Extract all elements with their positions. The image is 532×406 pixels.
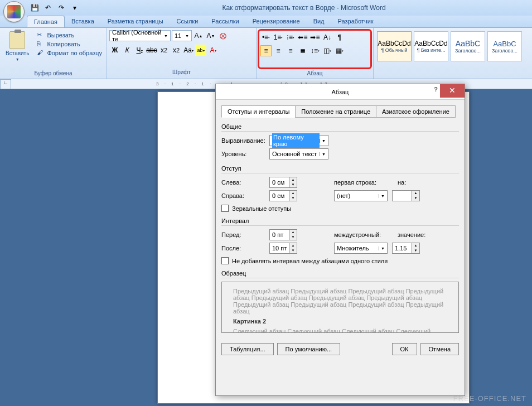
indent-left-spin[interactable]: 0 см▲▼ bbox=[269, 177, 297, 188]
shrink-font-button[interactable]: A▼ bbox=[205, 30, 216, 41]
label-at: значение: bbox=[398, 231, 428, 238]
subscript-button[interactable]: x2 bbox=[158, 45, 170, 56]
scissors-icon: ✂ bbox=[37, 31, 45, 39]
cut-button[interactable]: ✂Вырезать bbox=[37, 31, 102, 39]
tab-mailings[interactable]: Рассылки bbox=[205, 16, 245, 27]
qat-dropdown-icon[interactable]: ▾ bbox=[70, 3, 79, 12]
spin-buttons[interactable]: ▲▼ bbox=[289, 191, 297, 201]
justify-button[interactable]: ≣ bbox=[297, 45, 308, 56]
group-clipboard: Вставить ▼ ✂Вырезать ⎘Копировать 🖌Формат… bbox=[0, 28, 107, 79]
style-normal[interactable]: AaBbCcDd¶ Обычный bbox=[377, 31, 412, 61]
align-right-button[interactable]: ≡ bbox=[285, 45, 296, 56]
dialog-tab-indents[interactable]: Отступы и интервалы bbox=[221, 105, 296, 118]
show-marks-button[interactable]: ¶ bbox=[334, 32, 345, 43]
sort-button[interactable]: A↓ bbox=[322, 32, 333, 43]
space-before-spin[interactable]: 0 пт▲▼ bbox=[269, 229, 297, 240]
brush-icon: 🖌 bbox=[37, 49, 45, 57]
spin-buttons[interactable]: ▲▼ bbox=[289, 243, 297, 253]
spin-buttons[interactable]: ▲▼ bbox=[412, 243, 419, 253]
align-left-button[interactable]: ≡ bbox=[260, 45, 272, 56]
inc-indent-button[interactable]: ➡≡ bbox=[309, 32, 321, 43]
spin-buttons[interactable]: ▲▼ bbox=[289, 230, 297, 240]
format-painter-button[interactable]: 🖌Формат по образцу bbox=[37, 49, 102, 57]
change-case-button[interactable]: Aa▾ bbox=[183, 45, 194, 56]
undo-icon[interactable]: ↶ bbox=[43, 3, 52, 12]
line-spacing-button[interactable]: ↕≡▾ bbox=[309, 45, 321, 56]
borders-button[interactable]: ▦▾ bbox=[334, 45, 345, 56]
tab-pagelayout[interactable]: Разметка страницы bbox=[101, 16, 170, 27]
ok-button[interactable]: ОК bbox=[392, 343, 417, 355]
section-preview: Образец bbox=[221, 270, 459, 278]
chevron-down-icon: ▼ bbox=[164, 34, 168, 38]
first-line-by-spin[interactable]: ▲▼ bbox=[392, 190, 420, 201]
shading-button[interactable]: ◫▾ bbox=[322, 45, 333, 56]
dialog-tab-asian[interactable]: Азиатское оформление bbox=[376, 105, 456, 118]
tab-review[interactable]: Рецензирование bbox=[246, 16, 307, 27]
spin-buttons[interactable]: ▲▼ bbox=[289, 177, 297, 187]
style-heading1[interactable]: AaBbCЗаголово... bbox=[451, 31, 485, 61]
underline-button[interactable]: Ч▾ bbox=[134, 45, 145, 56]
copy-button[interactable]: ⎘Копировать bbox=[37, 40, 102, 48]
tab-insert[interactable]: Вставка bbox=[65, 16, 101, 27]
clear-format-button[interactable]: ⨂ bbox=[217, 30, 229, 41]
label-mirror: Зеркальные отступы bbox=[232, 205, 291, 212]
section-common: Общие bbox=[221, 123, 459, 132]
tab-home[interactable]: Главная bbox=[27, 16, 65, 27]
ribbon-tabs: Главная Вставка Разметка страницы Ссылки… bbox=[0, 16, 532, 28]
indent-right-spin[interactable]: 0 см▲▼ bbox=[269, 190, 297, 201]
save-icon[interactable]: 💾 bbox=[30, 3, 39, 12]
bold-button[interactable]: Ж bbox=[109, 45, 120, 56]
mirror-indents-checkbox[interactable] bbox=[221, 205, 229, 212]
dialog-title: Абзац bbox=[332, 89, 349, 95]
preview-box: Предыдущий абзац Предыдущий абзац Предыд… bbox=[221, 282, 459, 333]
tabs-button[interactable]: Табуляция... bbox=[221, 343, 274, 355]
dialog-help-button[interactable]: ? bbox=[434, 86, 438, 93]
preview-next: Следующий абзац Следующий абзац Следующи… bbox=[233, 328, 447, 333]
align-center-button[interactable]: ≡ bbox=[273, 45, 284, 56]
office-button[interactable] bbox=[3, 1, 25, 22]
style-nospace[interactable]: AaBbCcDd¶ Без инте... bbox=[414, 31, 448, 61]
chevron-down-icon: ▼ bbox=[185, 34, 189, 38]
title-bar: 💾 ↶ ↷ ▾ Как отформатировать текст в Ворд… bbox=[0, 0, 532, 16]
italic-button[interactable]: К bbox=[122, 45, 133, 56]
preview-prev: Предыдущий абзац Предыдущий абзац Предыд… bbox=[233, 288, 447, 315]
style-heading2[interactable]: AaBbCЗаголово... bbox=[487, 31, 522, 61]
dialog-title-bar[interactable]: Абзац ? ✕ bbox=[216, 84, 465, 100]
first-line-select[interactable]: (нет)▼ bbox=[334, 190, 388, 201]
strike-button[interactable]: abc bbox=[146, 45, 157, 56]
grow-font-button[interactable]: A▲ bbox=[193, 30, 204, 41]
space-after-spin[interactable]: 10 пт▲▼ bbox=[269, 243, 297, 254]
font-color-button[interactable]: A▾ bbox=[207, 45, 219, 56]
dialog-tab-position[interactable]: Положение на странице bbox=[295, 105, 376, 118]
tab-view[interactable]: Вид bbox=[307, 16, 331, 27]
line-spacing-at-spin[interactable]: 1,15▲▼ bbox=[392, 243, 420, 254]
default-button[interactable]: По умолчанию... bbox=[277, 343, 341, 355]
section-indent: Отступ bbox=[221, 165, 459, 173]
superscript-button[interactable]: x2 bbox=[171, 45, 182, 56]
font-name-combo[interactable]: Calibri (Основной те▼ bbox=[109, 30, 171, 41]
no-space-same-style-checkbox[interactable] bbox=[221, 257, 229, 264]
outline-level-select[interactable]: Основной текст▼ bbox=[269, 148, 328, 160]
chevron-down-icon: ▼ bbox=[320, 152, 326, 156]
chevron-down-icon: ▼ bbox=[320, 139, 326, 143]
group-font-label: Шрифт bbox=[109, 68, 254, 76]
label-first-line: первая строка: bbox=[334, 179, 393, 186]
dialog-close-button[interactable]: ✕ bbox=[440, 84, 465, 98]
spin-buttons[interactable]: ▲▼ bbox=[412, 191, 419, 201]
chevron-down-icon: ▼ bbox=[379, 194, 385, 198]
ruler-corner[interactable]: ∟ bbox=[0, 79, 11, 89]
dec-indent-button[interactable]: ⬅≡ bbox=[297, 32, 308, 43]
highlight-button[interactable]: ab▾ bbox=[195, 45, 206, 56]
bullets-button[interactable]: •≡▾ bbox=[260, 32, 272, 43]
alignment-select[interactable]: По левому краю▼ bbox=[269, 135, 328, 146]
cancel-button[interactable]: Отмена bbox=[420, 343, 459, 355]
multilevel-button[interactable]: ⁝≡▾ bbox=[285, 32, 296, 43]
redo-icon[interactable]: ↷ bbox=[57, 3, 66, 12]
label-level: Уровень: bbox=[221, 151, 265, 157]
tab-developer[interactable]: Разработчик bbox=[331, 16, 380, 27]
font-size-combo[interactable]: 11▼ bbox=[172, 30, 192, 41]
line-spacing-select[interactable]: Множитель▼ bbox=[334, 243, 388, 254]
tab-references[interactable]: Ссылки bbox=[170, 16, 205, 27]
paste-button[interactable]: Вставить ▼ bbox=[1, 29, 33, 64]
numbering-button[interactable]: 1≡▾ bbox=[273, 32, 284, 43]
